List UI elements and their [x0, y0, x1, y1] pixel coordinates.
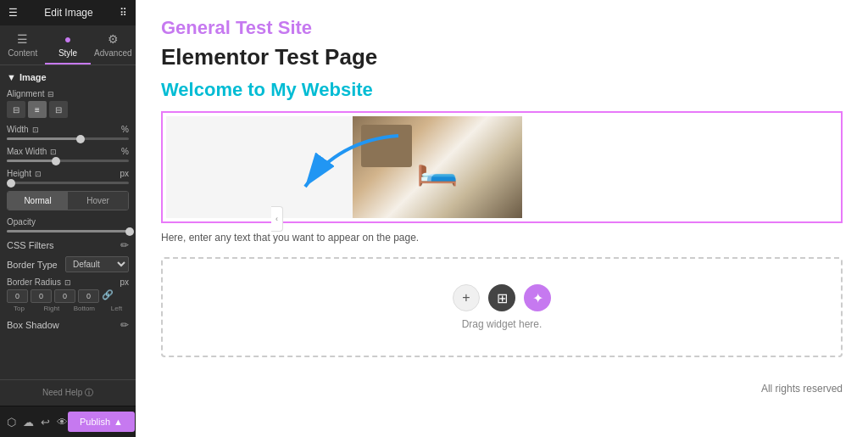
- sidebar-footer: Need Help ⓘ: [0, 379, 136, 406]
- footer-text: All rights reserved: [161, 374, 843, 395]
- css-filters-row: CSS Filters ✏: [7, 239, 129, 251]
- preview-icon[interactable]: 👁: [57, 416, 68, 429]
- history-icon[interactable]: ⬡: [7, 416, 16, 429]
- width-row: Width ⊡ %: [7, 125, 129, 140]
- sidebar-collapse-button[interactable]: ‹: [271, 206, 283, 232]
- image-left-area: [166, 116, 353, 218]
- border-radius-right[interactable]: [31, 289, 52, 303]
- opacity-label: Opacity: [7, 217, 129, 227]
- border-radius-labels: Top Right Bottom Left: [7, 305, 129, 312]
- sidebar-tabs: ☰ Content ● Style ⚙ Advanced: [0, 25, 136, 65]
- opacity-slider[interactable]: [7, 230, 129, 233]
- height-label: Height ⊡ px: [7, 169, 129, 178]
- box-shadow-row: Box Shadow ✏: [7, 319, 129, 331]
- tab-style-label: Style: [58, 48, 77, 58]
- top-label: Top: [8, 305, 30, 312]
- bedroom-image: [353, 116, 522, 218]
- need-help-label: Need Help: [42, 388, 82, 397]
- publish-button[interactable]: Publish ▲: [68, 412, 135, 432]
- alignment-label: Alignment ⊟: [7, 89, 129, 98]
- sidebar-menu-icon[interactable]: ☰: [8, 7, 18, 19]
- width-label: Width ⊡ %: [7, 125, 129, 134]
- widget-library-icon[interactable]: ⊞: [488, 284, 515, 311]
- alignment-row: Alignment ⊟ ⊟ ≡ ⊟: [7, 89, 129, 118]
- chevron-icon: ▼: [7, 72, 16, 82]
- border-radius-inputs: 🔗: [7, 289, 129, 303]
- publish-chevron-icon: ▲: [114, 417, 123, 427]
- box-shadow-label: Box Shadow: [7, 320, 59, 330]
- border-radius-label: Border Radius ⊡ px: [7, 277, 129, 287]
- drop-label: Drag widget here.: [462, 318, 542, 330]
- tab-content-label: Content: [8, 48, 37, 58]
- text-block[interactable]: Here, enter any text that you want to ap…: [161, 232, 843, 244]
- image-widget[interactable]: [161, 111, 843, 223]
- site-title: General Test Site: [161, 17, 843, 39]
- max-width-label: Max Width ⊡ %: [7, 147, 129, 156]
- left-label: Left: [106, 305, 127, 312]
- add-widget-icon[interactable]: +: [453, 284, 480, 311]
- drop-zone-icons: + ⊞ ✦: [453, 284, 551, 311]
- bottom-label: Bottom: [74, 305, 95, 312]
- width-link-icon: ⊡: [32, 126, 39, 134]
- publish-label: Publish: [80, 417, 110, 427]
- hover-button[interactable]: Hover: [68, 192, 128, 210]
- height-row: Height ⊡ px: [7, 169, 129, 184]
- height-slider[interactable]: [7, 182, 129, 184]
- border-radius-row: Border Radius ⊡ px 🔗 Top Right Bottom Le…: [7, 277, 129, 312]
- css-filters-edit-button[interactable]: ✏: [120, 239, 129, 251]
- max-width-slider[interactable]: [7, 160, 129, 162]
- sidebar-bottom-bar: ⬡ ☁ ↩ 👁 Publish ▲: [0, 406, 136, 437]
- content-icon: ☰: [17, 32, 28, 46]
- border-type-row: Border Type Default None Solid Double Do…: [7, 256, 129, 272]
- image-section-title: ▼ Image: [7, 72, 129, 82]
- style-icon: ●: [64, 32, 71, 46]
- max-width-row: Max Width ⊡ %: [7, 147, 129, 162]
- align-left-button[interactable]: ⊟: [7, 101, 25, 118]
- drop-zone[interactable]: + ⊞ ✦ Drag widget here.: [161, 257, 843, 357]
- tab-content[interactable]: ☰ Content: [0, 25, 45, 64]
- alignment-buttons: ⊟ ≡ ⊟: [7, 101, 129, 118]
- sidebar-header: ☰ Edit Image ⠿: [0, 0, 136, 25]
- opacity-row: Opacity: [7, 217, 129, 233]
- alignment-icon: ⊟: [47, 90, 54, 98]
- sidebar-title: Edit Image: [44, 7, 92, 19]
- width-slider[interactable]: [7, 137, 129, 140]
- sidebar: ☰ Edit Image ⠿ ☰ Content ● Style ⚙ Advan…: [0, 0, 136, 437]
- page-canvas: General Test Site Elementor Test Page We…: [136, 0, 868, 437]
- special-widget-icon[interactable]: ✦: [524, 284, 551, 311]
- border-type-select[interactable]: Default None Solid Double Dotted Dashed: [65, 256, 129, 272]
- welcome-heading: Welcome to My Website: [161, 79, 843, 101]
- sidebar-panel-content: ▼ Image Alignment ⊟ ⊟ ≡ ⊟ Width ⊡: [0, 65, 136, 379]
- right-label: Right: [41, 305, 62, 312]
- tab-advanced[interactable]: ⚙ Advanced: [91, 25, 136, 64]
- main-content: General Test Site Elementor Test Page We…: [136, 0, 868, 437]
- align-right-button[interactable]: ⊟: [49, 101, 68, 118]
- tab-advanced-label: Advanced: [94, 48, 131, 58]
- align-center-button[interactable]: ≡: [28, 101, 47, 118]
- bottom-icons: ⬡ ☁ ↩ 👁: [7, 416, 68, 429]
- responsive-icon[interactable]: ☁: [23, 416, 34, 429]
- max-width-link-icon: ⊡: [50, 148, 57, 156]
- tab-style[interactable]: ● Style: [45, 25, 90, 64]
- undo-icon[interactable]: ↩: [41, 416, 50, 429]
- height-link-icon: ⊡: [35, 170, 42, 178]
- help-icon[interactable]: ⓘ: [85, 388, 93, 397]
- box-shadow-edit-button[interactable]: ✏: [120, 319, 129, 331]
- border-type-label: Border Type: [7, 260, 58, 270]
- border-radius-link-all[interactable]: 🔗: [102, 289, 114, 303]
- normal-button[interactable]: Normal: [8, 192, 68, 210]
- border-radius-link-icon: ⊡: [64, 278, 71, 287]
- normal-hover-toggle: Normal Hover: [7, 191, 129, 210]
- sidebar-grid-icon[interactable]: ⠿: [120, 7, 127, 19]
- css-filters-label: CSS Filters: [7, 240, 54, 250]
- advanced-icon: ⚙: [108, 32, 119, 46]
- border-radius-bottom[interactable]: [54, 289, 75, 303]
- page-title: Elementor Test Page: [161, 44, 843, 70]
- border-radius-top[interactable]: [7, 289, 28, 303]
- border-radius-left[interactable]: [78, 289, 99, 303]
